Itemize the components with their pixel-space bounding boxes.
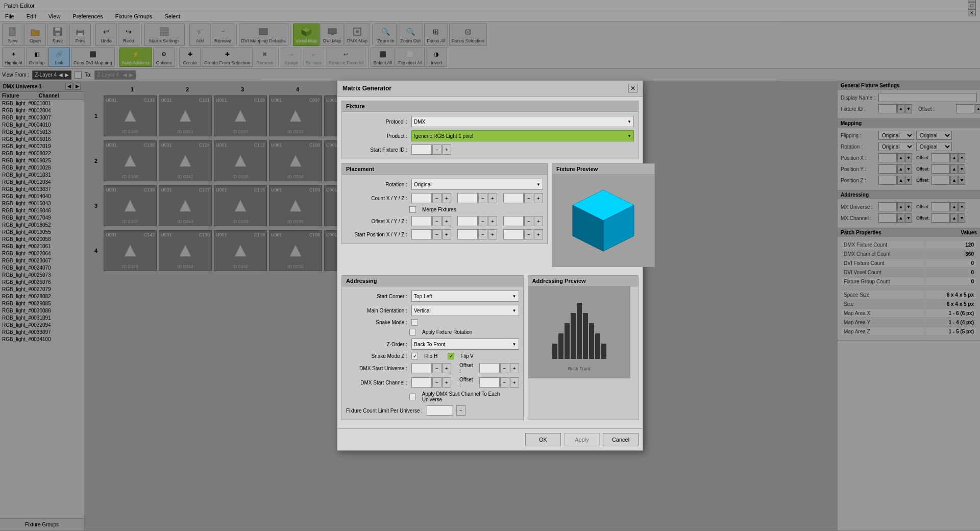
offset-z-input[interactable]: 0 bbox=[503, 216, 524, 226]
dmx-start-channel-input[interactable]: 1 bbox=[411, 377, 432, 388]
dmx-start-universe-minus[interactable]: − bbox=[432, 363, 442, 373]
dmx-start-universe-plus[interactable]: + bbox=[442, 363, 451, 373]
start-pos-xyz-label: Start Position X / Y / Z : bbox=[346, 232, 407, 237]
dmx-start-channel-minus[interactable]: − bbox=[432, 377, 442, 388]
addr-bar-2 bbox=[558, 333, 564, 359]
fixture-preview-svg bbox=[562, 180, 644, 261]
merge-fixtures-row: Merge Fixtures bbox=[346, 206, 543, 213]
modal-placement-section: Placement Rotation : Original ▼ Count X bbox=[341, 163, 548, 244]
addressing-preview-title: Addressing Preview bbox=[528, 276, 639, 286]
offset-z-minus[interactable]: − bbox=[524, 216, 533, 226]
fixture-count-limit-input[interactable]: 170 bbox=[427, 405, 452, 416]
main-orientation-row: Main Orientation : Vertical ▼ bbox=[346, 305, 519, 316]
apply-button[interactable]: Apply bbox=[564, 433, 600, 446]
start-pos-x-minus[interactable]: − bbox=[432, 229, 442, 239]
count-x-input[interactable]: 6 bbox=[411, 193, 432, 203]
start-pos-x-plus[interactable]: + bbox=[442, 229, 451, 239]
start-pos-z-minus[interactable]: − bbox=[524, 229, 533, 239]
fixture-count-limit-minus[interactable]: − bbox=[456, 405, 465, 416]
snake-mode-checkbox[interactable] bbox=[411, 319, 418, 326]
main-orientation-select[interactable]: Vertical ▼ bbox=[411, 305, 519, 316]
start-fixture-id-minus[interactable]: − bbox=[432, 144, 442, 155]
offset-x-input[interactable]: 0 bbox=[411, 216, 432, 226]
start-pos-y-input[interactable]: 1 bbox=[457, 229, 478, 239]
count-z-plus[interactable]: + bbox=[534, 193, 543, 203]
z-order-value: Back To Front bbox=[414, 342, 446, 347]
z-order-arrow: ▼ bbox=[512, 342, 517, 347]
count-z-input[interactable]: 5 bbox=[503, 193, 524, 203]
dmx-start-channel-label: DMX Start Channel : bbox=[346, 380, 407, 385]
protocol-select[interactable]: DMX ▼ bbox=[411, 116, 634, 127]
offset-x-spinbox: 0 − + bbox=[411, 216, 451, 226]
count-z-minus[interactable]: − bbox=[524, 193, 533, 203]
modal-addressing-title: Addressing bbox=[342, 276, 523, 286]
merge-fixtures-checkbox[interactable] bbox=[409, 206, 416, 213]
fixture-preview-title: Fixture Preview bbox=[552, 164, 654, 175]
z-order-select[interactable]: Back To Front ▼ bbox=[411, 339, 519, 350]
protocol-arrow: ▼ bbox=[627, 119, 631, 124]
apply-dmx-label: Apply DMX Start Channel To Each Universe bbox=[422, 391, 519, 402]
start-pos-x-input[interactable]: 1 bbox=[411, 229, 432, 239]
offset-x-minus[interactable]: − bbox=[432, 216, 442, 226]
rotation-select[interactable]: Original ▼ bbox=[411, 179, 543, 190]
product-select[interactable]: !generic RGB Light 1 pixel ▼ bbox=[411, 130, 634, 141]
dmx-start-channel-plus[interactable]: + bbox=[442, 377, 451, 388]
product-row: Product : !generic RGB Light 1 pixel ▼ bbox=[346, 130, 634, 141]
count-x-plus[interactable]: + bbox=[442, 193, 451, 203]
placement-body: Rotation : Original ▼ Count X / Y / Z : … bbox=[342, 175, 547, 244]
dmx-start-universe-row: DMX Start Universe : 1 − + Offset : 0 − bbox=[346, 363, 519, 374]
start-pos-z-spinbox: 1 − + bbox=[503, 229, 543, 239]
start-fixture-id-row: Start Fixture ID : 1 − + bbox=[346, 144, 634, 155]
addressing-preview-col: Addressing Preview bbox=[528, 275, 639, 420]
addressing-body: Start Corner : Top Left ▼ Main Orientati… bbox=[342, 286, 523, 420]
start-corner-arrow: ▼ bbox=[512, 294, 517, 299]
dmx-start-universe-input[interactable]: 1 bbox=[411, 363, 432, 373]
modal-overlay: Matrix Generator ✕ Fixture Protocol : DM… bbox=[0, 0, 980, 531]
channel-offset-plus[interactable]: + bbox=[510, 377, 519, 388]
offset-y-plus[interactable]: + bbox=[488, 216, 497, 226]
count-y-plus[interactable]: + bbox=[488, 193, 497, 203]
cancel-button[interactable]: Cancel bbox=[603, 433, 639, 446]
start-fixture-id-input[interactable]: 1 bbox=[411, 144, 432, 155]
start-pos-z-input[interactable]: 1 bbox=[503, 229, 524, 239]
start-fixture-id-plus[interactable]: + bbox=[442, 144, 451, 155]
count-x-spinbox: 6 − + bbox=[411, 193, 451, 203]
universe-offset-input[interactable]: 0 bbox=[479, 363, 500, 373]
modal-title: Matrix Generator bbox=[342, 85, 391, 92]
modal-titlebar: Matrix Generator ✕ bbox=[337, 81, 643, 96]
snake-mode-z-row: Snake Mode Z : Flip H Flip V bbox=[346, 353, 519, 359]
offset-y-minus[interactable]: − bbox=[478, 216, 487, 226]
addressing-preview-area: Back Front bbox=[528, 286, 630, 378]
universe-offset-minus[interactable]: − bbox=[500, 363, 509, 373]
protocol-label: Protocol : bbox=[346, 119, 407, 125]
flip-h-checkbox[interactable] bbox=[411, 353, 418, 359]
apply-fixture-rotation-checkbox[interactable] bbox=[409, 329, 416, 335]
start-pos-z-plus[interactable]: + bbox=[534, 229, 543, 239]
start-pos-y-plus[interactable]: + bbox=[488, 229, 497, 239]
modal-close-button[interactable]: ✕ bbox=[628, 84, 638, 93]
universe-offset-plus[interactable]: + bbox=[510, 363, 519, 373]
snake-mode-label: Snake Mode : bbox=[346, 320, 407, 325]
offset-y-input[interactable]: 0 bbox=[457, 216, 478, 226]
apply-dmx-checkbox[interactable] bbox=[409, 394, 416, 400]
channel-offset-input[interactable]: 0 bbox=[479, 377, 500, 388]
z-order-label: Z-Order : bbox=[346, 342, 407, 347]
apply-fixture-rotation-row: Apply Fixture Rotation bbox=[346, 329, 519, 335]
offset-x-plus[interactable]: + bbox=[442, 216, 451, 226]
count-x-minus[interactable]: − bbox=[432, 193, 442, 203]
ok-button[interactable]: OK bbox=[525, 433, 561, 446]
start-fixture-id-label: Start Fixture ID : bbox=[346, 147, 407, 153]
count-y-minus[interactable]: − bbox=[478, 193, 487, 203]
count-y-input[interactable]: 4 bbox=[457, 193, 478, 203]
offset-z-spinbox: 0 − + bbox=[503, 216, 543, 226]
start-pos-x-spinbox: 1 − + bbox=[411, 229, 451, 239]
offset-z-plus[interactable]: + bbox=[534, 216, 543, 226]
channel-offset-minus[interactable]: − bbox=[500, 377, 509, 388]
addr-bars-container bbox=[548, 299, 610, 363]
addr-bar-7 bbox=[589, 323, 594, 359]
addressing-preview-section: Addressing Preview bbox=[528, 275, 639, 420]
flip-v-checkbox[interactable] bbox=[448, 353, 454, 359]
start-corner-select[interactable]: Top Left ▼ bbox=[411, 291, 519, 302]
dmx-start-channel-spinbox: 1 − + bbox=[411, 377, 451, 388]
start-pos-y-minus[interactable]: − bbox=[478, 229, 487, 239]
